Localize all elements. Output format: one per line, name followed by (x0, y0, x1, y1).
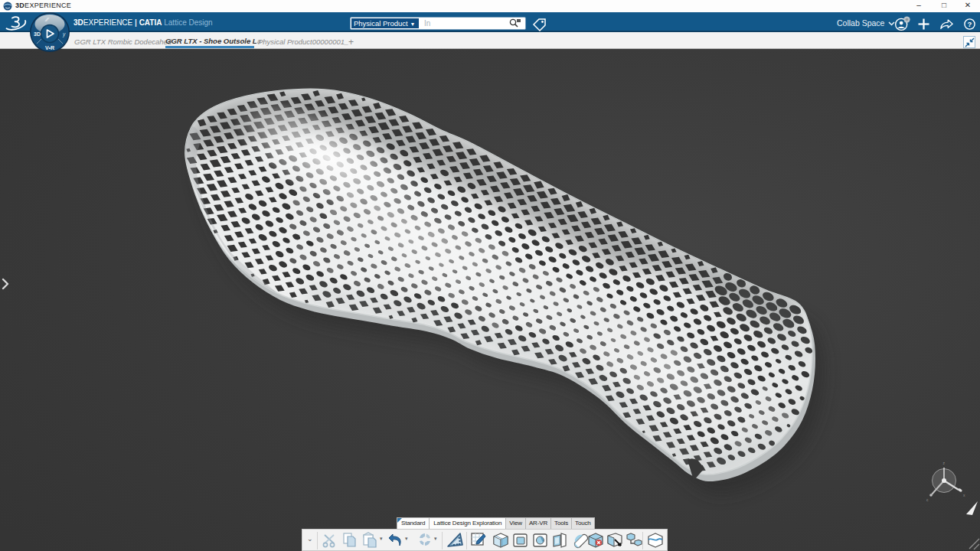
svg-text:3D: 3D (34, 31, 41, 37)
svg-text:?: ? (968, 20, 972, 28)
svg-text:V•R: V•R (45, 45, 54, 51)
